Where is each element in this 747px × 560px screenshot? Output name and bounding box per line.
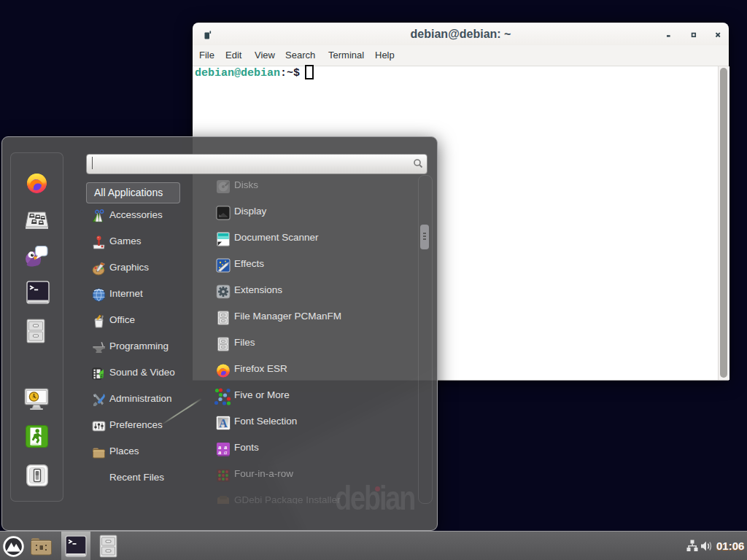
svg-text:a: a	[224, 448, 227, 456]
svg-text:A: A	[219, 417, 228, 429]
